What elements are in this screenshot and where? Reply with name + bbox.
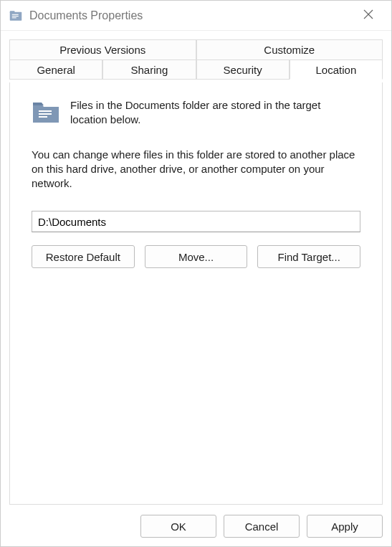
- tab-label: Location: [316, 64, 357, 76]
- move-button[interactable]: Move...: [145, 245, 248, 268]
- find-target-button[interactable]: Find Target...: [257, 245, 360, 268]
- documents-folder-icon: [32, 100, 60, 124]
- intro-text: Files in the Documents folder are stored…: [70, 98, 360, 128]
- apply-button[interactable]: Apply: [307, 515, 383, 538]
- tab-label: Customize: [264, 44, 315, 56]
- tab-security[interactable]: Security: [196, 60, 290, 80]
- tab-location[interactable]: Location: [290, 60, 383, 80]
- tab-sharing[interactable]: Sharing: [102, 60, 196, 80]
- restore-default-button[interactable]: Restore Default: [32, 245, 135, 268]
- tab-customize[interactable]: Customize: [196, 39, 383, 60]
- tab-strip: Previous Versions Customize General Shar…: [9, 39, 383, 80]
- tab-label: Security: [224, 64, 262, 76]
- location-path-input[interactable]: [32, 211, 360, 232]
- titlebar: Documents Properties: [1, 1, 391, 31]
- tab-label: Previous Versions: [59, 44, 145, 56]
- description-text: You can change where files in this folde…: [32, 148, 360, 191]
- tab-label: General: [37, 64, 75, 76]
- svg-rect-2: [12, 14, 19, 14]
- svg-rect-4: [12, 17, 16, 18]
- tab-general[interactable]: General: [9, 60, 102, 80]
- svg-rect-7: [39, 110, 52, 112]
- ok-button[interactable]: OK: [140, 515, 216, 538]
- tab-label: Sharing: [131, 64, 168, 76]
- svg-rect-3: [12, 16, 19, 16]
- dialog-footer: OK Cancel Apply: [1, 510, 391, 546]
- svg-rect-8: [39, 113, 52, 115]
- svg-rect-1: [10, 11, 15, 13]
- close-icon: [363, 9, 373, 22]
- window-title: Documents Properties: [29, 9, 354, 22]
- close-button[interactable]: [354, 1, 383, 30]
- tab-panel-location: Files in the Documents folder are stored…: [9, 82, 383, 505]
- svg-rect-9: [39, 116, 47, 118]
- content-area: Previous Versions Customize General Shar…: [1, 31, 391, 510]
- cancel-button[interactable]: Cancel: [224, 515, 300, 538]
- properties-dialog: Documents Properties Previous Versions C…: [0, 0, 392, 547]
- folder-icon: [9, 9, 22, 22]
- tab-previous-versions[interactable]: Previous Versions: [9, 39, 196, 60]
